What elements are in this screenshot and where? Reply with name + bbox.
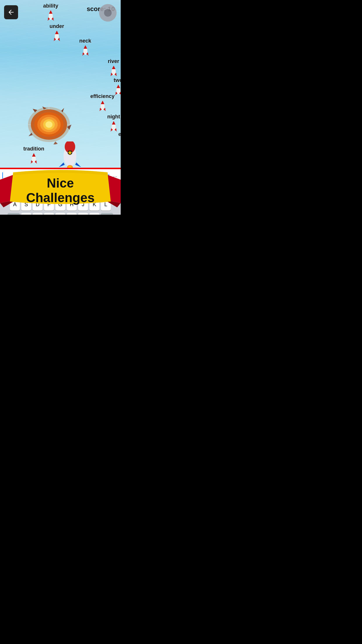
svg-marker-75 <box>59 162 65 167</box>
back-button[interactable] <box>4 5 18 19</box>
key-G[interactable]: G <box>55 198 65 211</box>
word-label-two: two <box>114 77 121 83</box>
keyboard-row-2: ⇧ZXCVBNM⌫ <box>1 213 120 215</box>
word-input[interactable] <box>2 172 96 178</box>
key-R[interactable]: R <box>38 184 48 196</box>
key-S[interactable]: S <box>21 198 31 211</box>
svg-marker-50 <box>32 153 36 157</box>
key-M[interactable]: M <box>89 213 99 215</box>
missile-icon-efficiency <box>99 100 106 111</box>
key-E[interactable]: E <box>27 184 37 196</box>
missile-icon-two <box>115 84 121 95</box>
key-C[interactable]: C <box>44 213 54 215</box>
key-A[interactable]: A <box>10 198 20 211</box>
svg-marker-32 <box>101 101 104 104</box>
svg-point-0 <box>104 9 112 17</box>
key-⌫[interactable]: ⌫ <box>101 213 113 215</box>
word-label-emotion: emotion <box>118 131 121 137</box>
key-Y[interactable]: Y <box>61 184 71 196</box>
svg-marker-76 <box>75 162 81 167</box>
key-B[interactable]: B <box>67 213 77 215</box>
svg-marker-38 <box>112 121 115 125</box>
input-row: Xong ... <box>0 169 121 182</box>
word-missile-ability: ability <box>43 3 58 21</box>
word-missile-tradition: tradition <box>23 146 44 164</box>
svg-marker-26 <box>117 85 120 88</box>
key-H[interactable]: H <box>67 198 77 211</box>
key-⇧[interactable]: ⇧ <box>8 213 20 215</box>
key-K[interactable]: K <box>89 198 99 211</box>
missile-icon-tradition <box>31 153 37 164</box>
key-J[interactable]: J <box>78 198 88 211</box>
settings-button[interactable] <box>99 4 117 22</box>
missile-icon-under <box>54 30 60 41</box>
key-W[interactable]: W <box>16 184 26 196</box>
danger-line <box>0 168 121 169</box>
key-I[interactable]: I <box>84 184 94 196</box>
missile-icon-river <box>110 65 117 76</box>
svg-marker-67 <box>53 141 58 144</box>
word-label-tradition: tradition <box>23 146 44 152</box>
key-P[interactable]: P <box>107 184 117 196</box>
player-rocket <box>58 141 82 168</box>
key-Z[interactable]: Z <box>21 213 31 215</box>
word-label-under: under <box>50 23 64 29</box>
word-missile-efficiency: efficiency <box>90 93 115 111</box>
keyboard-rows: QWERTYUIOPASDFGHJKL⇧ZXCVBNM⌫🌐spacereturn <box>0 182 121 215</box>
key-Q[interactable]: Q <box>4 184 14 196</box>
game-area: score: 10 ability under neck <box>0 0 121 169</box>
word-missile-two: two <box>114 77 121 95</box>
word-label-ability: ability <box>43 3 58 9</box>
word-missile-emotion: emotion <box>118 131 121 149</box>
key-D[interactable]: D <box>33 198 43 211</box>
keyboard-row-1: ASDFGHJKL <box>1 198 120 211</box>
missile-icon-neck <box>82 45 89 56</box>
xong-button[interactable]: Xong <box>96 173 112 178</box>
word-missile-under: under <box>50 23 64 41</box>
svg-marker-2 <box>49 10 52 14</box>
word-label-river: river <box>108 58 119 64</box>
dots-button[interactable]: ... <box>112 173 118 178</box>
word-label-night: night <box>107 114 120 120</box>
word-missile-river: river <box>108 58 119 76</box>
keyboard-row-0: QWERTYUIOP <box>1 184 120 196</box>
svg-marker-8 <box>55 31 59 34</box>
svg-marker-20 <box>112 66 115 69</box>
key-T[interactable]: T <box>50 184 60 196</box>
key-F[interactable]: F <box>44 198 54 211</box>
key-V[interactable]: V <box>55 213 65 215</box>
svg-point-61 <box>45 121 52 128</box>
explosion <box>26 104 73 144</box>
key-N[interactable]: N <box>78 213 88 215</box>
word-label-efficiency: efficiency <box>90 93 115 99</box>
key-U[interactable]: U <box>73 184 82 196</box>
keyboard-area: Xong ... QWERTYUIOPASDFGHJKL⇧ZXCVBNM⌫🌐sp… <box>0 169 121 215</box>
word-label-neck: neck <box>79 38 91 44</box>
missile-icon-ability <box>48 10 54 21</box>
key-O[interactable]: O <box>95 184 105 196</box>
word-missile-neck: neck <box>79 38 91 56</box>
key-X[interactable]: X <box>33 213 43 215</box>
key-L[interactable]: L <box>101 198 111 211</box>
missile-icon-night <box>110 120 117 132</box>
word-missile-night: night <box>107 114 120 132</box>
svg-marker-14 <box>84 45 87 49</box>
